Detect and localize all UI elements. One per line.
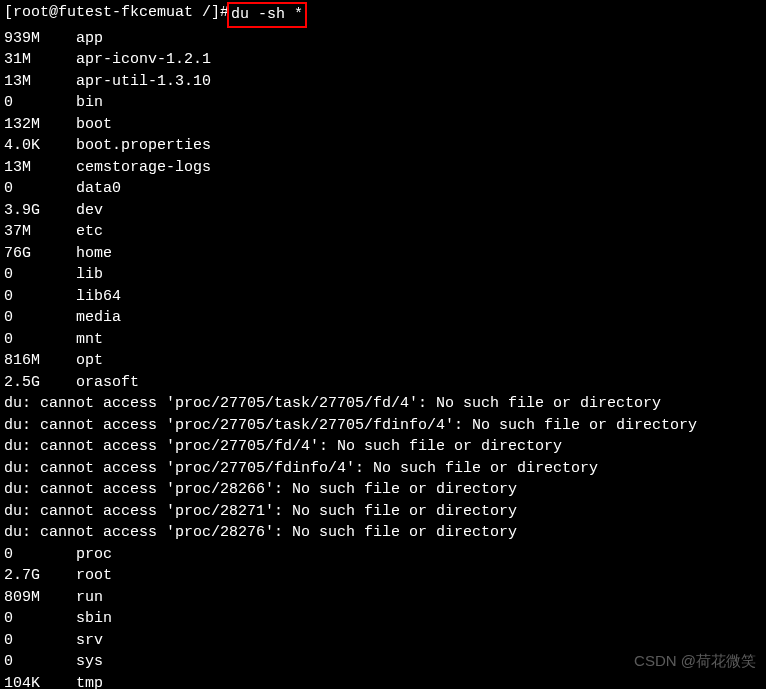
du-entry-row: 4.0K boot.properties	[4, 135, 762, 157]
du-entry-row: 0 lib	[4, 264, 762, 286]
du-entry-row: 13M cemstorage-logs	[4, 157, 762, 179]
terminal-output: [root@futest-fkcemuat /]# du -sh * 939M …	[4, 2, 762, 689]
du-entry-row: 3.9G dev	[4, 200, 762, 222]
du-entry-row: 2.5G orasoft	[4, 372, 762, 394]
du-errors-block: du: cannot access 'proc/27705/task/27705…	[4, 393, 762, 544]
du-entry-row: 132M boot	[4, 114, 762, 136]
du-error-line: du: cannot access 'proc/27705/fdinfo/4':…	[4, 458, 762, 480]
command-text: du -sh *	[227, 2, 307, 28]
du-entries-block-2: 0 proc2.7G root809M run0 sbin0 srv0 sys1…	[4, 544, 762, 690]
du-entry-row: 0 srv	[4, 630, 762, 652]
du-entry-row: 104K tmp	[4, 673, 762, 690]
du-entry-row: 0 sys	[4, 651, 762, 673]
du-entry-row: 0 mnt	[4, 329, 762, 351]
du-entry-row: 31M apr-iconv-1.2.1	[4, 49, 762, 71]
du-entries-block: 939M app31M apr-iconv-1.2.113M apr-util-…	[4, 28, 762, 394]
du-entry-row: 0 media	[4, 307, 762, 329]
command-prompt-line: [root@futest-fkcemuat /]# du -sh *	[4, 2, 762, 28]
shell-prompt: [root@futest-fkcemuat /]#	[4, 2, 229, 24]
du-error-line: du: cannot access 'proc/28271': No such …	[4, 501, 762, 523]
du-entry-row: 809M run	[4, 587, 762, 609]
du-entry-row: 0 proc	[4, 544, 762, 566]
du-entry-row: 0 bin	[4, 92, 762, 114]
du-error-line: du: cannot access 'proc/27705/task/27705…	[4, 393, 762, 415]
du-error-line: du: cannot access 'proc/28276': No such …	[4, 522, 762, 544]
du-error-line: du: cannot access 'proc/28266': No such …	[4, 479, 762, 501]
du-entry-row: 37M etc	[4, 221, 762, 243]
du-entry-row: 0 lib64	[4, 286, 762, 308]
du-entry-row: 76G home	[4, 243, 762, 265]
du-error-line: du: cannot access 'proc/27705/fd/4': No …	[4, 436, 762, 458]
du-entry-row: 816M opt	[4, 350, 762, 372]
du-entry-row: 0 sbin	[4, 608, 762, 630]
du-entry-row: 13M apr-util-1.3.10	[4, 71, 762, 93]
du-entry-row: 0 data0	[4, 178, 762, 200]
du-entry-row: 2.7G root	[4, 565, 762, 587]
du-error-line: du: cannot access 'proc/27705/task/27705…	[4, 415, 762, 437]
du-entry-row: 939M app	[4, 28, 762, 50]
